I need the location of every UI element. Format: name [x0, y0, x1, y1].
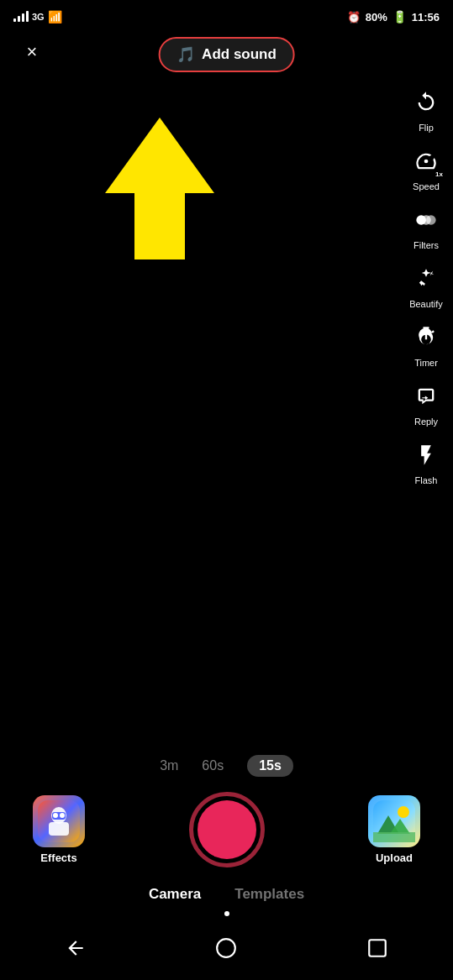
battery-percent: 80%: [366, 11, 387, 24]
filters-icon: [408, 202, 445, 238]
signal-icon: [13, 12, 29, 22]
music-note-icon: 🎵: [176, 45, 195, 64]
tab-active-dot: [224, 911, 229, 916]
svg-rect-13: [373, 832, 415, 842]
home-button[interactable]: [208, 930, 245, 967]
recents-button[interactable]: [359, 930, 396, 967]
recents-icon: [366, 937, 388, 959]
back-button[interactable]: [57, 930, 94, 967]
flip-icon: [408, 84, 445, 121]
network-type: 3G: [32, 12, 45, 22]
right-controls-panel: Flip 1x Speed Filters Beautify: [408, 84, 445, 492]
battery-icon: 🔋: [392, 10, 407, 24]
flash-icon: [408, 437, 445, 474]
tab-camera[interactable]: Camera: [149, 886, 201, 906]
svg-rect-15: [369, 940, 386, 956]
timer-icon: [408, 319, 445, 356]
status-left: 3G 📶: [13, 10, 62, 24]
flip-button[interactable]: Flip: [408, 84, 445, 133]
timer-button[interactable]: Timer: [408, 319, 445, 368]
filters-label: Filters: [413, 240, 439, 250]
status-right: ⏰ 80% 🔋 11:56: [347, 10, 440, 24]
beautify-icon: [408, 260, 445, 297]
effects-icon: [33, 795, 85, 847]
svg-rect-5: [49, 822, 69, 836]
filters-button[interactable]: Filters: [408, 202, 445, 250]
svg-point-7: [53, 813, 58, 818]
alarm-icon: ⏰: [347, 11, 361, 24]
reply-label: Reply: [414, 417, 438, 427]
tab-row: Camera Templates: [0, 878, 453, 911]
speed-label: Speed: [413, 181, 440, 191]
reply-button[interactable]: Reply: [408, 378, 445, 427]
record-button[interactable]: [189, 792, 265, 867]
upload-image: [373, 800, 415, 842]
time-display: 11:56: [412, 11, 440, 24]
flash-button[interactable]: Flash: [408, 437, 445, 485]
bottom-area: 3m 60s 15s: [0, 745, 453, 980]
duration-row: 3m 60s 15s: [0, 745, 453, 785]
duration-15s[interactable]: 15s: [247, 755, 293, 777]
camera-row: Effects: [0, 785, 453, 878]
svg-point-2: [421, 215, 431, 225]
record-button-wrap: [189, 792, 265, 867]
flash-label: Flash: [415, 475, 438, 485]
effects-image: [38, 800, 80, 842]
record-inner: [198, 800, 256, 859]
nav-bar: [0, 921, 453, 980]
upload-label: Upload: [376, 852, 413, 864]
speed-icon: 1x: [408, 143, 445, 180]
svg-point-14: [218, 939, 236, 957]
home-icon: [215, 937, 237, 959]
reply-icon: [408, 378, 445, 415]
timer-label: Timer: [414, 358, 438, 368]
beautify-button[interactable]: Beautify: [408, 260, 445, 309]
upload-button[interactable]: Upload: [361, 795, 428, 864]
wifi-icon: 📶: [48, 10, 62, 24]
status-bar: 3G 📶 ⏰ 80% 🔋 11:56: [0, 0, 453, 30]
tab-indicator: [0, 911, 453, 921]
back-icon: [65, 937, 87, 959]
effects-button[interactable]: Effects: [25, 795, 92, 864]
svg-point-8: [60, 813, 65, 818]
add-sound-label: Add sound: [202, 46, 277, 63]
beautify-label: Beautify: [409, 299, 443, 309]
add-sound-button[interactable]: 🎵 Add sound: [158, 37, 295, 72]
close-icon: ×: [27, 41, 38, 63]
tab-templates[interactable]: Templates: [234, 886, 304, 906]
duration-3m[interactable]: 3m: [160, 758, 178, 773]
svg-point-10: [398, 806, 409, 818]
speed-button[interactable]: 1x Speed: [408, 143, 445, 191]
upload-icon: [368, 795, 420, 847]
duration-60s[interactable]: 60s: [202, 758, 224, 773]
effects-label: Effects: [40, 852, 76, 864]
flip-label: Flip: [419, 123, 434, 133]
close-button[interactable]: ×: [17, 37, 47, 67]
